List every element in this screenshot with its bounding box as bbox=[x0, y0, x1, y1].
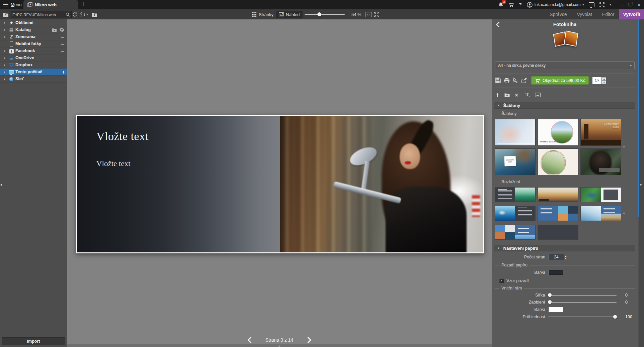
help-button[interactable]: ? bbox=[519, 2, 522, 7]
expand-arrow-icon[interactable]: ▸ bbox=[4, 63, 8, 67]
view-preview-button[interactable]: Náhled bbox=[276, 11, 303, 18]
notifications-button[interactable]: 3 bbox=[498, 2, 503, 7]
panel-back-button[interactable] bbox=[496, 22, 499, 27]
template-coast[interactable]: DOVOLENÁ 2017 bbox=[495, 149, 535, 175]
sidebar-item-tento-pocitac[interactable]: ▸ Tento počítač ▲▼ bbox=[0, 69, 67, 76]
reorder-handle-icon[interactable]: ▲▼ bbox=[63, 70, 64, 74]
sidebar-item-onedrive[interactable]: ▸ ☁ OneDrive bbox=[0, 54, 67, 62]
view-pages-button[interactable]: Stránky bbox=[259, 12, 273, 17]
pattern-checkbox-row[interactable]: ✓ Vzor pozadí bbox=[499, 278, 635, 283]
pages-count-input[interactable]: 24 bbox=[549, 254, 564, 260]
slider-handle[interactable] bbox=[548, 293, 552, 297]
placeholder-heading[interactable]: Vložte text bbox=[96, 130, 149, 143]
save-button[interactable] bbox=[495, 78, 501, 83]
photobook-photo[interactable] bbox=[280, 116, 483, 252]
new-tab-button[interactable]: + bbox=[82, 1, 86, 7]
share-button[interactable] bbox=[521, 78, 527, 83]
layout-text-photo[interactable] bbox=[495, 188, 535, 202]
quantity-down-button[interactable]: ▼ bbox=[602, 81, 606, 84]
collapse-left-panel-handle[interactable]: ◂ bbox=[0, 183, 2, 187]
collapse-right-panel-handle[interactable]: ▸ bbox=[640, 183, 642, 186]
sort-caret-icon[interactable]: ▾ bbox=[87, 13, 88, 16]
placeholder-subheading[interactable]: Vložte text bbox=[96, 159, 131, 168]
add-image-button[interactable] bbox=[535, 93, 541, 97]
export-button[interactable] bbox=[513, 78, 518, 83]
layout-full-photo[interactable] bbox=[538, 188, 578, 202]
quantity-stepper[interactable]: 1× ▲ ▼ bbox=[592, 77, 606, 84]
section-collapse-icon[interactable]: ▾ bbox=[498, 104, 499, 107]
template-baby[interactable] bbox=[495, 119, 535, 145]
tab-nikon-web[interactable]: Nikon web bbox=[23, 0, 78, 9]
expand-filmstrip-icon[interactable]: ▲ bbox=[278, 344, 280, 347]
frame-rounding-slider[interactable] bbox=[548, 300, 617, 304]
quantity-up-button[interactable]: ▲ bbox=[602, 77, 606, 81]
catalog-settings-gear-icon[interactable] bbox=[60, 27, 64, 32]
search-icon[interactable] bbox=[66, 12, 70, 17]
format-select[interactable]: A4 - na šířku, pevné desky ▾ bbox=[495, 62, 635, 69]
add-text-button[interactable]: T+ bbox=[526, 92, 531, 98]
order-button[interactable]: Objednat za 599,00 Kč bbox=[531, 76, 589, 85]
sort-button[interactable]: A Z ↓ ▾ bbox=[80, 9, 88, 19]
templates-scroll-grip[interactable]: ≡ bbox=[622, 145, 625, 149]
sidebar-item-oblibene[interactable]: ▸ ★ Oblíbené bbox=[0, 19, 67, 26]
background-color-swatch[interactable] bbox=[549, 270, 563, 275]
next-page-button[interactable] bbox=[307, 337, 312, 343]
frame-opacity-slider[interactable] bbox=[548, 315, 617, 319]
fullscreen-caret-icon[interactable]: ▾ bbox=[610, 3, 611, 6]
layouts-scroll-grip[interactable]: ≡ bbox=[622, 211, 625, 216]
expand-arrow-icon[interactable]: ▸ bbox=[4, 21, 8, 24]
layout-collage-bluetext[interactable] bbox=[495, 225, 535, 239]
expand-arrow-icon[interactable]: ▸ bbox=[4, 70, 8, 74]
sidebar-item-katalog[interactable]: ▸ ▤ Katalog bbox=[0, 26, 67, 33]
quantity-value[interactable]: 1× bbox=[592, 77, 601, 84]
refresh-button[interactable] bbox=[72, 9, 77, 19]
catalog-add-folder-icon[interactable] bbox=[52, 28, 57, 32]
sidebar-item-mobilni-fotky[interactable]: Mobilní fotky ☁ bbox=[0, 40, 67, 47]
collapse-right-panel-rail[interactable]: ▸ bbox=[639, 19, 644, 347]
add-page-button[interactable]: + bbox=[495, 92, 500, 98]
new-folder-button[interactable] bbox=[92, 9, 97, 19]
minimize-button[interactable]: – bbox=[621, 2, 623, 7]
layout-empty[interactable] bbox=[538, 225, 578, 239]
folder-up-button[interactable] bbox=[3, 9, 9, 19]
section-collapse-icon[interactable]: ▾ bbox=[498, 246, 499, 250]
layout-photo-bluetext[interactable] bbox=[581, 206, 621, 221]
close-button[interactable]: × bbox=[638, 2, 641, 8]
print-button[interactable] bbox=[504, 78, 510, 83]
photobook-left-page[interactable]: Vložte text Vložte text bbox=[77, 116, 280, 252]
menu-button[interactable]: Menu bbox=[11, 2, 22, 7]
zoom-100-button[interactable]: 1:1 bbox=[366, 12, 372, 17]
section-nastaveni-papiru[interactable]: ▾ Nastavení papíru bbox=[494, 245, 635, 251]
fit-to-screen-button[interactable] bbox=[374, 9, 379, 19]
section-sablony[interactable]: ▾ Šablony bbox=[494, 102, 635, 109]
expand-arrow-icon[interactable]: ▸ bbox=[4, 56, 8, 60]
cart-icon[interactable] bbox=[508, 2, 514, 7]
sidebar-item-zonerama[interactable]: ▸ Z Zonerama ☁ bbox=[0, 33, 67, 40]
hamburger-menu-icon[interactable] bbox=[3, 3, 8, 6]
frame-width-slider[interactable] bbox=[548, 293, 617, 297]
template-wedding[interactable] bbox=[538, 149, 578, 175]
module-vytvorit[interactable]: Vytvořit bbox=[619, 9, 644, 19]
pages-count-stepper[interactable]: ▲▼ bbox=[565, 255, 567, 259]
slider-handle[interactable] bbox=[548, 300, 552, 304]
template-city[interactable]: Consectetur 2016 bbox=[581, 119, 621, 145]
zoom-slider[interactable] bbox=[305, 9, 345, 19]
zoom-slider-handle[interactable] bbox=[317, 12, 321, 16]
filmstrip-collapsed-bar[interactable]: ▲ bbox=[67, 344, 492, 347]
sidebar-item-dropbox[interactable]: ▸ Dropbox bbox=[0, 62, 67, 69]
template-family[interactable]: PŘÍBĚH NAŠÍ RODINY bbox=[538, 119, 578, 145]
second-display-button[interactable]: 2 bbox=[589, 2, 594, 7]
pattern-checkbox[interactable]: ✓ bbox=[499, 278, 504, 283]
path-field[interactable] bbox=[11, 11, 72, 18]
template-couple[interactable] bbox=[581, 149, 621, 175]
import-button[interactable]: Import bbox=[2, 337, 65, 345]
account-menu[interactable]: lukacadam.la@gmail.com ▾ bbox=[527, 2, 584, 8]
layout-photo-text[interactable] bbox=[495, 206, 535, 221]
module-vyvolat[interactable]: Vyvolat bbox=[572, 9, 597, 19]
sidebar-item-facebook[interactable]: ▸ f Facebook ☁ bbox=[0, 47, 67, 54]
expand-arrow-icon[interactable]: ▸ bbox=[4, 49, 8, 52]
expand-arrow-icon[interactable]: ▸ bbox=[4, 28, 8, 31]
photobook-spread[interactable]: Vložte text Vložte text bbox=[76, 115, 484, 253]
frame-color-swatch[interactable] bbox=[549, 307, 563, 312]
layout-bluetext-collage[interactable] bbox=[538, 206, 578, 221]
